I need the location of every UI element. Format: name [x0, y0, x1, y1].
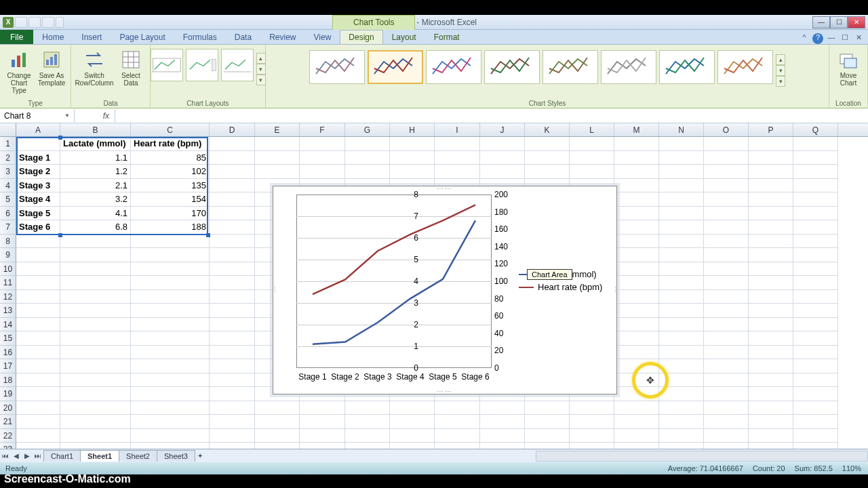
- cell-P4[interactable]: [749, 179, 793, 193]
- cell-P20[interactable]: [749, 401, 793, 415]
- cell-N9[interactable]: [659, 248, 704, 262]
- cell-M18[interactable]: [614, 373, 659, 388]
- cell-H23[interactable]: [390, 443, 435, 449]
- cell-P10[interactable]: [749, 262, 793, 277]
- cell-N4[interactable]: [659, 179, 704, 193]
- cell-Q22[interactable]: [793, 429, 838, 443]
- series-line-heart-rate-bpm-[interactable]: [313, 205, 475, 294]
- row-header-15[interactable]: 15: [0, 331, 16, 346]
- cell-J23[interactable]: [480, 443, 525, 449]
- cell-F20[interactable]: [300, 401, 345, 415]
- chart-layout-3[interactable]: [221, 49, 254, 81]
- cell-N20[interactable]: [659, 401, 704, 415]
- cell-O17[interactable]: [704, 359, 749, 373]
- cell-M20[interactable]: [614, 401, 659, 415]
- column-header-i[interactable]: I: [435, 123, 480, 136]
- cell-B12[interactable]: [60, 290, 131, 304]
- cell-B19[interactable]: [60, 387, 131, 401]
- qat-undo-button[interactable]: [28, 17, 41, 28]
- cell-N13[interactable]: [659, 304, 704, 318]
- tab-insert[interactable]: Insert: [73, 30, 111, 44]
- cell-P7[interactable]: [749, 220, 793, 235]
- cell-C6[interactable]: 170: [131, 207, 210, 221]
- cell-M6[interactable]: [614, 207, 659, 221]
- row-header-19[interactable]: 19: [0, 387, 16, 401]
- cell-O18[interactable]: [704, 373, 749, 388]
- cell-Q6[interactable]: [793, 207, 838, 221]
- cell-B8[interactable]: [60, 235, 131, 249]
- cell-N1[interactable]: [659, 137, 704, 151]
- maximize-button[interactable]: ☐: [830, 16, 848, 28]
- tab-file[interactable]: File: [0, 30, 33, 44]
- cell-O22[interactable]: [704, 429, 749, 443]
- chart-style-3[interactable]: [426, 50, 481, 84]
- minimize-button[interactable]: ―: [812, 16, 830, 28]
- row-header-5[interactable]: 5: [0, 192, 16, 207]
- cell-Q16[interactable]: [793, 346, 838, 360]
- cell-Q8[interactable]: [793, 235, 838, 249]
- cell-D20[interactable]: [210, 401, 255, 415]
- cell-M3[interactable]: [614, 165, 659, 179]
- column-header-q[interactable]: Q: [793, 123, 838, 136]
- cell-D7[interactable]: [210, 220, 255, 235]
- column-header-j[interactable]: J: [480, 123, 525, 136]
- cell-G1[interactable]: [345, 137, 390, 151]
- cell-Q15[interactable]: [793, 331, 838, 346]
- chart-style-1[interactable]: [309, 50, 365, 84]
- cell-F21[interactable]: [300, 415, 345, 429]
- cell-G2[interactable]: [345, 151, 390, 165]
- cell-O10[interactable]: [704, 262, 749, 277]
- layout-gallery-scroll[interactable]: ▴▾▾: [256, 53, 266, 85]
- cell-A22[interactable]: [16, 429, 60, 443]
- cell-D16[interactable]: [210, 346, 255, 360]
- cell-C7[interactable]: 188: [131, 220, 210, 235]
- sheet-tab-sheet3[interactable]: Sheet3: [157, 450, 195, 462]
- cell-N6[interactable]: [659, 207, 704, 221]
- cell-E20[interactable]: [255, 401, 300, 415]
- cell-Q12[interactable]: [793, 290, 838, 304]
- row-header-22[interactable]: 22: [0, 429, 16, 443]
- cell-Q20[interactable]: [793, 401, 838, 415]
- cell-A8[interactable]: [16, 235, 60, 249]
- cell-B20[interactable]: [60, 401, 131, 415]
- column-header-k[interactable]: K: [525, 123, 570, 136]
- tab-layout[interactable]: Layout: [383, 30, 425, 44]
- column-header-n[interactable]: N: [659, 123, 704, 136]
- cell-P12[interactable]: [749, 290, 793, 304]
- cell-N10[interactable]: [659, 262, 704, 277]
- tab-design[interactable]: Design: [340, 30, 382, 44]
- cell-C14[interactable]: [131, 318, 210, 332]
- cell-C19[interactable]: [131, 387, 210, 401]
- row-header-1[interactable]: 1: [0, 137, 16, 151]
- cell-O16[interactable]: [704, 346, 749, 360]
- cell-M9[interactable]: [614, 248, 659, 262]
- cell-L21[interactable]: [570, 415, 614, 429]
- plot-area[interactable]: [296, 195, 492, 368]
- cell-P9[interactable]: [749, 248, 793, 262]
- cell-N21[interactable]: [659, 415, 704, 429]
- cell-I20[interactable]: [435, 401, 480, 415]
- cell-M12[interactable]: [614, 290, 659, 304]
- cell-F3[interactable]: [300, 165, 345, 179]
- cell-D9[interactable]: [210, 248, 255, 262]
- cell-G21[interactable]: [345, 415, 390, 429]
- cell-C2[interactable]: 85: [131, 151, 210, 165]
- qat-redo-button[interactable]: [42, 17, 54, 28]
- tab-format[interactable]: Format: [425, 30, 469, 44]
- cell-H2[interactable]: [390, 151, 435, 165]
- row-header-9[interactable]: 9: [0, 248, 16, 262]
- cell-C17[interactable]: [131, 359, 210, 373]
- cell-Q23[interactable]: [793, 443, 838, 449]
- cell-B13[interactable]: [60, 304, 131, 318]
- cell-D18[interactable]: [210, 373, 255, 388]
- cell-D23[interactable]: [210, 443, 255, 449]
- cell-O12[interactable]: [704, 290, 749, 304]
- cell-P19[interactable]: [749, 387, 793, 401]
- cell-J20[interactable]: [480, 401, 525, 415]
- tab-review[interactable]: Review: [260, 30, 304, 44]
- cell-N22[interactable]: [659, 429, 704, 443]
- column-header-o[interactable]: O: [704, 123, 749, 136]
- cell-C4[interactable]: 135: [131, 179, 210, 193]
- cell-D14[interactable]: [210, 318, 255, 332]
- column-header-h[interactable]: H: [390, 123, 435, 136]
